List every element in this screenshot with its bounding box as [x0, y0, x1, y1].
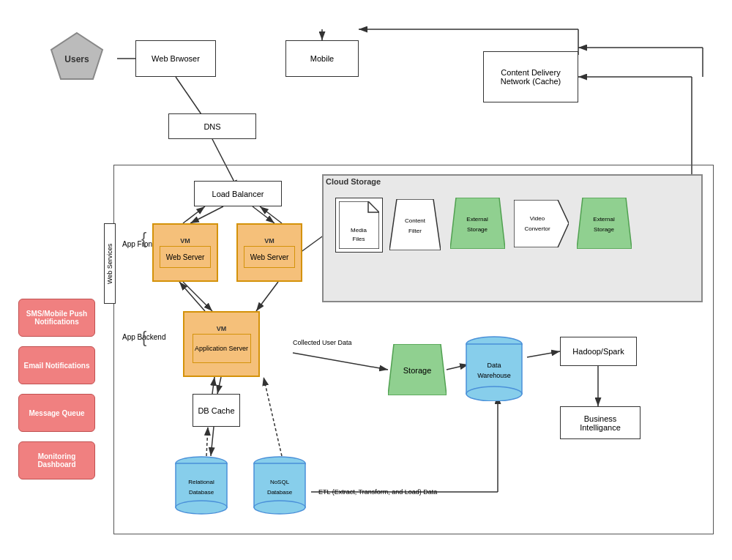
app-backend-brace: { — [141, 329, 146, 346]
nosql-db-box: NoSQL Database — [253, 456, 307, 520]
storage-box: Storage — [388, 344, 447, 395]
svg-point-68 — [254, 501, 305, 514]
svg-text:Video: Video — [530, 215, 545, 222]
svg-text:External: External — [466, 216, 488, 223]
svg-text:Data: Data — [487, 362, 501, 369]
svg-marker-48 — [514, 200, 569, 247]
svg-text:NoSQL: NoSQL — [270, 479, 290, 485]
cloud-storage-label: Cloud Storage — [326, 177, 381, 186]
svg-text:Filter: Filter — [408, 228, 422, 234]
svg-marker-45 — [450, 198, 505, 249]
svg-text:Files: Files — [353, 236, 365, 242]
media-files-box: Media Files — [335, 198, 383, 253]
web-browser-label: Web Brwoser — [152, 54, 200, 63]
svg-point-63 — [176, 501, 227, 514]
vm-webserver2-box: VM Web Server — [236, 223, 302, 282]
svg-text:External: External — [593, 216, 615, 223]
data-warehouse-box: Data Warehouse — [465, 335, 523, 401]
cdn-label: Content Delivery Network (Cache) — [487, 68, 575, 86]
cdn-box: Content Delivery Network (Cache) — [483, 51, 578, 102]
collected-data-label: Collected User Data — [293, 339, 352, 346]
load-balancer-box: Load Balancer — [194, 181, 282, 206]
ext-storage2-box: External Storage — [577, 198, 632, 249]
hadoop-box: Hadoop/Spark — [560, 337, 637, 366]
monitoring-box: Monitoring Dashboard — [18, 441, 95, 479]
ext-storage1-box: External Storage — [450, 198, 505, 249]
svg-text:Database: Database — [189, 489, 214, 496]
video-convertor-box: Video Convertor — [514, 200, 569, 247]
svg-text:Media: Media — [351, 227, 367, 234]
dns-box: DNS — [168, 113, 256, 139]
svg-text:Storage: Storage — [467, 226, 488, 233]
dns-label: DNS — [203, 122, 220, 131]
svg-text:Relational: Relational — [188, 479, 214, 485]
content-filter-box: Content Filter — [389, 199, 441, 250]
db-cache-box: DB Cache — [193, 394, 240, 427]
vm-webserver1-box: VM Web Server — [152, 223, 218, 282]
web-browser-box: Web Brwoser — [135, 40, 216, 77]
sms-service-box: SMS/Mobile Push Notifications — [18, 299, 95, 337]
svg-marker-51 — [577, 198, 632, 249]
svg-text:Warehouse: Warehouse — [477, 372, 511, 379]
svg-point-58 — [466, 387, 522, 401]
svg-text:Convertor: Convertor — [524, 225, 550, 232]
svg-marker-42 — [389, 199, 441, 250]
vm-appserver-box: VM Application Server — [183, 311, 260, 377]
app-frontend-brace: { — [141, 231, 146, 247]
mobile-box: Mobile — [285, 40, 359, 77]
svg-text:Users: Users — [64, 54, 89, 64]
relational-db-box: Relational Database — [174, 456, 229, 520]
etl-label: ETL (Extract, Transform, and Load) Data — [318, 488, 437, 496]
bi-box: Business Intelligance — [560, 406, 640, 439]
web-services-label: Web Services — [104, 223, 116, 304]
message-queue-box: Message Queue — [18, 394, 95, 432]
svg-text:Database: Database — [267, 489, 293, 496]
diagram-container: Users Web Brwoser Mobile Content Deliver… — [7, 7, 725, 553]
load-balancer-label: Load Balancer — [212, 190, 264, 198]
svg-text:Content: Content — [405, 217, 426, 224]
mobile-label: Mobile — [310, 54, 334, 63]
email-service-box: Email Notifications — [18, 346, 95, 384]
users-node: Users — [48, 29, 106, 84]
svg-text:Storage: Storage — [594, 226, 615, 233]
svg-text:Storage: Storage — [403, 366, 432, 375]
